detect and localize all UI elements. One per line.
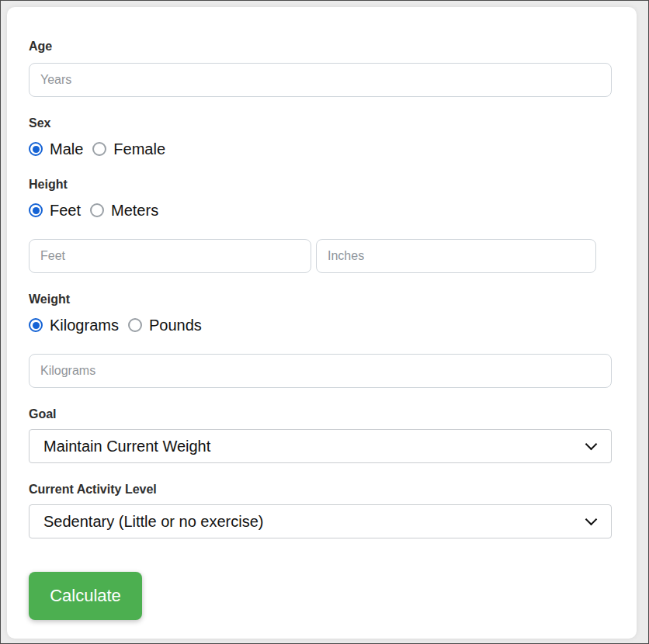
height-label: Height	[29, 178, 612, 192]
weight-pounds-label[interactable]: Pounds	[149, 316, 202, 334]
sex-male-radio[interactable]: Male	[29, 140, 83, 158]
height-inches-input[interactable]	[316, 239, 596, 273]
chevron-down-icon	[585, 514, 598, 526]
goal-select-value: Maintain Current Weight	[43, 438, 210, 455]
radio-unselected-icon[interactable]	[90, 203, 104, 217]
sex-label: Sex	[29, 116, 612, 130]
chevron-down-icon	[585, 438, 598, 451]
weight-radio-row: Kilograms Pounds	[29, 316, 612, 334]
sex-radio-row: Male Female	[29, 140, 612, 158]
calculator-card: Age Sex Male Female Height Feet Met	[7, 7, 637, 639]
weight-pounds-radio[interactable]: Pounds	[128, 316, 202, 334]
goal-group: Goal Maintain Current Weight	[29, 407, 612, 463]
age-input[interactable]	[29, 63, 612, 97]
weight-input[interactable]	[29, 354, 612, 388]
age-label: Age	[29, 40, 612, 54]
radio-selected-icon[interactable]	[29, 318, 43, 332]
radio-selected-icon[interactable]	[29, 203, 43, 217]
weight-kilograms-radio[interactable]: Kilograms	[29, 316, 119, 334]
weight-label: Weight	[29, 293, 612, 306]
height-meters-label[interactable]: Meters	[111, 201, 158, 220]
radio-selected-icon[interactable]	[29, 142, 43, 156]
weight-input-row	[29, 354, 612, 388]
activity-group: Current Activity Level Sedentary (Little…	[29, 483, 612, 538]
height-meters-radio[interactable]: Meters	[90, 201, 158, 220]
height-feet-radio[interactable]: Feet	[29, 201, 81, 220]
sex-group: Sex Male Female	[29, 116, 612, 158]
goal-select[interactable]: Maintain Current Weight	[29, 429, 612, 463]
age-group: Age	[29, 40, 612, 97]
radio-unselected-icon[interactable]	[92, 142, 106, 156]
sex-male-label[interactable]: Male	[50, 140, 83, 158]
sex-female-radio[interactable]: Female	[92, 140, 165, 158]
goal-label: Goal	[29, 407, 612, 421]
height-radio-row: Feet Meters	[29, 201, 612, 220]
activity-select[interactable]: Sedentary (Little or no exercise)	[29, 504, 612, 538]
height-feet-input[interactable]	[29, 239, 311, 273]
radio-unselected-icon[interactable]	[128, 318, 142, 332]
weight-kilograms-label[interactable]: Kilograms	[50, 316, 119, 334]
activity-select-value: Sedentary (Little or no exercise)	[43, 513, 263, 531]
height-inputs-row	[29, 239, 612, 273]
height-group: Height Feet Meters	[29, 178, 612, 273]
height-feet-label[interactable]: Feet	[50, 201, 81, 220]
activity-label: Current Activity Level	[29, 483, 612, 497]
calculate-button[interactable]: Calculate	[29, 572, 142, 620]
sex-female-label[interactable]: Female	[113, 140, 165, 158]
weight-group: Weight Kilograms Pounds	[29, 293, 612, 388]
